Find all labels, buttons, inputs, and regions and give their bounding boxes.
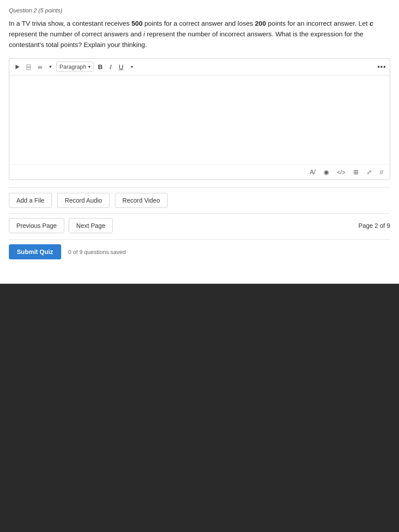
page-indicator: Page 2 of 9	[358, 222, 390, 229]
image-button[interactable]: ⌸	[24, 61, 33, 72]
editor-toolbar: ⌸ ∞ ▾ Paragraph ▾ B I U ▾ •••	[9, 59, 390, 75]
search-icon: ⊞	[353, 168, 359, 176]
play-button[interactable]	[13, 63, 22, 71]
add-file-button[interactable]: Add a File	[9, 193, 52, 208]
link-icon: ∞	[38, 63, 42, 70]
spellcheck-icon: A/	[310, 168, 316, 176]
image-icon: ⌸	[27, 63, 31, 70]
underline-chevron-icon: ▾	[131, 64, 133, 69]
code-icon: </>	[337, 169, 345, 176]
submit-row: Submit Quiz 0 of 9 questions saved	[9, 239, 390, 266]
bold-button[interactable]: B	[95, 61, 106, 72]
spellcheck-button[interactable]: A/	[308, 167, 318, 177]
submit-quiz-button[interactable]: Submit Quiz	[9, 244, 61, 259]
action-row: Add a File Record Audio Record Video	[9, 187, 390, 213]
underline-dropdown-button[interactable]: ▾	[128, 63, 136, 71]
expand-icon: ⤢	[367, 168, 372, 176]
link-button[interactable]: ∞	[35, 62, 45, 72]
code-view-button[interactable]: </>	[335, 167, 348, 177]
bold-200: 200	[255, 20, 266, 27]
next-page-button[interactable]: Next Page	[69, 218, 113, 233]
percent-icon: //	[380, 169, 383, 176]
var-c: c	[370, 20, 373, 27]
play-icon	[16, 65, 20, 69]
chevron-down-icon: ▾	[49, 64, 52, 70]
dark-background-area	[0, 284, 399, 532]
editor-bottom-toolbar: A/ ◉ </> ⊞ ⤢ //	[9, 164, 390, 180]
paragraph-dropdown[interactable]: Paragraph ▾	[56, 62, 94, 72]
paragraph-label: Paragraph	[59, 63, 86, 70]
question-header: Question 2 (5 points)	[9, 7, 390, 14]
rich-text-editor: ⌸ ∞ ▾ Paragraph ▾ B I U ▾ •••	[9, 58, 390, 180]
eye-icon: ◉	[324, 168, 329, 176]
navigation-row: Previous Page Next Page Page 2 of 9	[9, 213, 390, 239]
percent-button[interactable]: //	[378, 167, 385, 177]
chevron-down-button[interactable]: ▾	[47, 62, 55, 71]
previous-page-button[interactable]: Previous Page	[9, 218, 64, 233]
italic-button[interactable]: I	[107, 61, 114, 72]
question-text: In a TV trivia show, a contestant receiv…	[9, 18, 390, 50]
underline-button[interactable]: U	[116, 61, 126, 72]
editor-body[interactable]	[9, 75, 390, 164]
bold-500: 500	[132, 20, 143, 27]
find-button[interactable]: ⊞	[351, 167, 361, 177]
more-options-button[interactable]: •••	[377, 63, 386, 71]
record-audio-button[interactable]: Record Audio	[57, 193, 110, 208]
saved-status: 0 of 9 questions saved	[68, 249, 126, 255]
expand-button[interactable]: ⤢	[364, 167, 374, 177]
var-i: i	[144, 30, 145, 38]
preview-button[interactable]: ◉	[321, 167, 331, 177]
record-video-button[interactable]: Record Video	[115, 193, 168, 208]
dropdown-chevron: ▾	[88, 64, 90, 69]
